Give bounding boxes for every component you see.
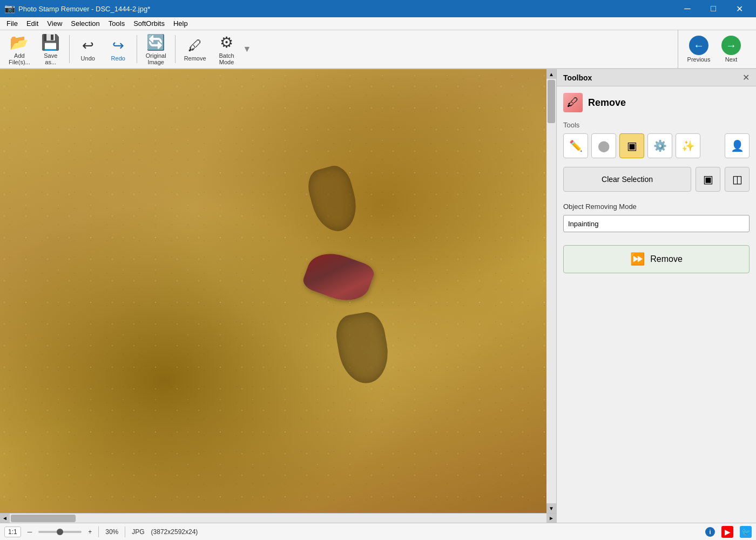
toolbox-panel: Toolbox ✕ 🖊 Remove Tools ✏️ ⬤ ▣ (556, 69, 756, 523)
eraser-tool-icon: ⬤ (598, 139, 610, 152)
hscroll-left-arrow[interactable]: ◄ (0, 514, 10, 523)
menu-edit[interactable]: Edit (22, 18, 43, 29)
remove-button-label: Remove (650, 254, 683, 264)
menu-softorbits[interactable]: SoftOrbits (129, 18, 169, 29)
undo-button[interactable]: ↩ Undo (74, 32, 102, 66)
magic-wand-tool-button[interactable]: ✨ (676, 133, 700, 158)
vscroll-thumb[interactable] (548, 80, 555, 123)
minimize-button[interactable]: ─ (675, 0, 700, 17)
nav-buttons: ← Previous → Next (678, 30, 752, 69)
pencil-tool-button[interactable]: ✏️ (563, 133, 588, 158)
menu-bar: File Edit View Selection Tools SoftOrbit… (0, 17, 756, 30)
select-all-button[interactable]: ▣ (696, 167, 720, 192)
zoom-slider-thumb[interactable] (57, 529, 63, 535)
hscroll-right-arrow[interactable]: ► (546, 514, 556, 523)
hscroll-thumb[interactable] (11, 515, 76, 522)
menu-tools[interactable]: Tools (104, 18, 129, 29)
next-button[interactable]: → Next (715, 32, 747, 66)
save-as-button[interactable]: 💾 Saveas... (37, 32, 65, 66)
hscroll-track[interactable] (10, 514, 546, 523)
invert-selection-button[interactable]: ◫ (725, 167, 750, 192)
image-canvas-area[interactable] (0, 69, 546, 513)
menu-selection[interactable]: Selection (66, 18, 104, 29)
undo-icon: ↩ (82, 37, 94, 54)
previous-button[interactable]: ← Previous (683, 32, 715, 66)
toolbar-separator-1 (69, 35, 70, 63)
toolbox-content: 🖊 Remove Tools ✏️ ⬤ ▣ ⚙️ ✨ (557, 86, 756, 523)
remove-header: 🖊 Remove (563, 93, 750, 112)
smart-select-tool-button[interactable]: ⚙️ (647, 133, 672, 158)
stamp-tool-button[interactable]: 👤 (725, 133, 750, 158)
magic-wand-tool-icon: ✨ (681, 139, 695, 152)
eraser-tool-button[interactable]: ⬤ (591, 133, 616, 158)
batch-mode-button[interactable]: ⚙ BatchMode (213, 32, 241, 66)
zoom-slider[interactable] (38, 531, 82, 533)
toolbox-close-button[interactable]: ✕ (742, 72, 750, 83)
toolbar-more-icon[interactable]: ▼ (243, 44, 252, 54)
original-image-icon: 🔄 (146, 33, 165, 51)
undo-label: Undo (81, 55, 95, 62)
save-as-icon: 💾 (41, 33, 60, 51)
select-all-icon: ▣ (703, 173, 713, 186)
youtube-icon[interactable]: ▶ (721, 526, 733, 538)
toolbar-separator-3 (175, 35, 176, 63)
redo-button[interactable]: ↪ Redo (104, 32, 132, 66)
redo-label: Redo (111, 55, 125, 62)
vscroll-down-arrow[interactable]: ▼ (546, 503, 556, 513)
image-format: JPG (132, 528, 144, 536)
remove-button[interactable]: ⏩ Remove (563, 245, 750, 273)
redo-icon: ↪ (112, 37, 124, 54)
removing-mode-select[interactable]: Inpainting Content Aware Clone (563, 215, 750, 232)
pencil-tool-icon: ✏️ (569, 139, 583, 152)
window-controls: ─ □ ✕ (675, 0, 752, 17)
vertical-scrollbar[interactable]: ▲ ▼ (546, 69, 556, 513)
tools-label: Tools (563, 121, 750, 129)
maximize-button[interactable]: □ (701, 0, 726, 17)
add-files-label: Add File(s)... (9, 52, 30, 65)
original-image-label: OriginalImage (146, 52, 166, 65)
zoom-plus-icon[interactable]: + (88, 528, 92, 536)
object-removing-mode-label: Object Removing Mode (563, 202, 750, 211)
toolbar-separator-2 (137, 35, 137, 63)
remove-toolbar-button[interactable]: 🖊 Remove (180, 32, 211, 66)
vscroll-up-arrow[interactable]: ▲ (546, 69, 556, 79)
toolbox-header: Toolbox ✕ (557, 69, 756, 86)
zoom-minus-icon[interactable]: ─ (28, 528, 32, 536)
next-icon: → (721, 36, 741, 55)
info-icon[interactable]: i (705, 527, 715, 537)
remove-toolbar-label: Remove (184, 55, 206, 62)
menu-view[interactable]: View (43, 18, 66, 29)
image-dimensions: (3872x2592x24) (151, 528, 198, 536)
previous-icon: ← (689, 36, 708, 55)
horizontal-scrollbar[interactable]: ◄ ► (0, 513, 556, 523)
rect-select-tool-button[interactable]: ▣ (619, 133, 644, 158)
close-button[interactable]: ✕ (727, 0, 752, 17)
twitter-icon[interactable]: 🐦 (740, 526, 752, 538)
vscroll-track[interactable] (546, 79, 556, 503)
remove-toolbar-icon: 🖊 (188, 37, 202, 54)
main-area: ▲ ▼ ◄ ► Toolbox ✕ 🖊 Remove (0, 69, 756, 523)
remove-button-arrow-icon: ⏩ (630, 252, 645, 266)
title-bar: 📷 Photo Stamp Remover - DSC_1444-2.jpg* … (0, 0, 756, 17)
add-files-button[interactable]: 📂 Add File(s)... (4, 32, 35, 66)
menu-file[interactable]: File (2, 18, 22, 29)
status-separator-1 (98, 526, 99, 537)
app-icon: 📷 (4, 3, 15, 14)
dropdown-row: Inpainting Content Aware Clone (563, 215, 750, 232)
remove-eraser-icon: 🖊 (563, 93, 583, 112)
image-with-scroll: ▲ ▼ (0, 69, 556, 513)
next-label: Next (725, 56, 738, 63)
toolbox-title: Toolbox (563, 73, 592, 82)
remove-title: Remove (588, 97, 626, 109)
status-bar: 1:1 ─ + 30% JPG (3872x2592x24) i ▶ 🐦 (0, 523, 756, 540)
smart-select-tool-icon: ⚙️ (653, 139, 667, 152)
batch-mode-label: BatchMode (219, 52, 234, 65)
tool-spacer (704, 133, 721, 158)
image-wrapper: ▲ ▼ ◄ ► (0, 69, 556, 523)
status-separator-2 (125, 526, 125, 537)
add-files-icon: 📂 (10, 33, 29, 51)
previous-label: Previous (687, 56, 711, 63)
menu-help[interactable]: Help (169, 18, 192, 29)
original-image-button[interactable]: 🔄 OriginalImage (141, 32, 171, 66)
clear-selection-button[interactable]: Clear Selection (563, 167, 691, 192)
